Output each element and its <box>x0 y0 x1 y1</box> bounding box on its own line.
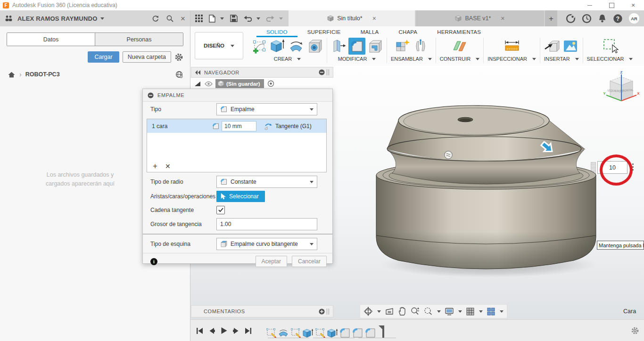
timeline-feature-sketch-icon[interactable] <box>290 327 301 339</box>
select-icon[interactable] <box>601 38 619 54</box>
settings-gear-icon[interactable] <box>174 53 183 62</box>
timeline-go-start-button[interactable] <box>196 327 203 334</box>
cancel-button[interactable]: Cancelar <box>292 256 327 267</box>
select-edges-button[interactable]: Seleccionar <box>216 191 265 202</box>
document-root-item[interactable]: (Sin guardar) <box>215 79 264 88</box>
panel-collapse-icon[interactable] <box>319 69 325 75</box>
globe-icon[interactable] <box>175 70 183 79</box>
close-tab-icon[interactable]: × <box>372 15 376 22</box>
hole-icon[interactable] <box>307 38 323 54</box>
group-label-crear[interactable]: CREAR <box>274 56 301 62</box>
collapse-panel-icon[interactable] <box>195 70 201 75</box>
group-label-ensamblar[interactable]: ENSAMBLAR <box>391 56 432 62</box>
app-grid-icon[interactable] <box>195 15 203 22</box>
construct-plane-icon[interactable] <box>451 39 468 54</box>
ribbon-tab-herramientas[interactable]: HERRAMIENTAS <box>427 28 491 37</box>
new-component-icon[interactable] <box>395 39 411 54</box>
display-settings-button[interactable] <box>444 307 463 316</box>
timeline-settings-button[interactable] <box>631 326 639 335</box>
timeline-step-back-button[interactable] <box>209 327 215 334</box>
viewports-button[interactable] <box>486 307 504 316</box>
measure-icon[interactable] <box>503 39 521 54</box>
panel-resize-grip[interactable] <box>327 309 329 315</box>
extensions-icon[interactable] <box>566 14 576 24</box>
timeline-position-marker[interactable] <box>378 325 385 339</box>
shell-icon[interactable] <box>368 39 383 54</box>
home-icon[interactable] <box>8 71 16 78</box>
group-label-seleccionar[interactable]: SELECCIONAR <box>587 56 633 62</box>
document-tab-inactive[interactable]: BASE v1* × <box>416 10 544 26</box>
tangent-chain-checkbox[interactable] <box>216 206 225 214</box>
corner-type-dropdown[interactable]: Empalme curvo bitangente <box>216 238 317 250</box>
zoom-button[interactable] <box>409 307 421 316</box>
extrude-icon[interactable] <box>269 38 285 54</box>
activate-target-icon[interactable] <box>267 80 274 87</box>
new-tab-button[interactable]: + <box>545 10 557 26</box>
joint-icon[interactable] <box>413 39 428 54</box>
close-panel-icon[interactable]: × <box>181 15 185 23</box>
restore-button[interactable] <box>601 0 622 10</box>
timeline-feature-fillet-icon[interactable] <box>352 327 363 339</box>
file-menu-button[interactable] <box>209 15 224 23</box>
timeline-play-button[interactable] <box>221 327 227 334</box>
ribbon-tab-solido[interactable]: SOLIDO <box>256 28 297 37</box>
fillet-tool-active[interactable] <box>348 38 365 55</box>
avatar[interactable]: AR <box>629 13 639 24</box>
look-at-button[interactable] <box>384 307 395 316</box>
close-window-button[interactable]: × <box>622 0 644 10</box>
radius-type-dropdown[interactable]: Constante <box>216 176 317 188</box>
undo-button[interactable] <box>244 15 260 22</box>
design-workspace-menu[interactable]: DISEÑO <box>195 32 243 59</box>
save-icon[interactable] <box>230 15 238 22</box>
timeline-feature-revolve-icon[interactable] <box>278 327 289 339</box>
timeline-feature-extrude-icon[interactable] <box>302 327 314 339</box>
job-status-icon[interactable] <box>582 14 592 24</box>
tab-datos[interactable]: Datos <box>7 33 95 46</box>
insert-canvas-icon[interactable] <box>562 39 578 54</box>
group-label-construir[interactable]: CONSTRUIR <box>440 56 479 62</box>
drag-arrow-icon[interactable] <box>538 141 558 159</box>
tab-personas[interactable]: Personas <box>95 33 183 46</box>
edge-set-row-selected[interactable]: 1 cara 10 mm Tangente (G1) <box>147 119 326 133</box>
team-name[interactable]: ALEX RAMOS RAYMUNDO <box>17 15 97 22</box>
timeline-feature-extrude-icon[interactable] <box>327 327 338 339</box>
navigator-panel-header[interactable]: NAVEGADOR <box>191 67 333 78</box>
document-tab-active[interactable]: Sin título* × <box>289 10 415 26</box>
add-edge-set-button[interactable]: + <box>153 162 157 170</box>
timeline-go-end-button[interactable] <box>245 327 252 334</box>
revolve-icon[interactable] <box>288 39 305 54</box>
redo-button[interactable] <box>266 15 283 22</box>
visibility-eye-icon[interactable] <box>205 81 213 87</box>
notifications-icon[interactable] <box>598 14 607 24</box>
orbit-button[interactable] <box>363 307 382 316</box>
remove-edge-set-button[interactable]: ✕ <box>165 163 171 170</box>
fillet-dialog-header[interactable]: EMPALME <box>143 89 332 102</box>
close-tab-icon[interactable]: × <box>501 15 504 22</box>
refresh-icon[interactable] <box>151 15 159 23</box>
insert-derive-icon[interactable] <box>544 39 560 54</box>
timeline-step-forward-button[interactable] <box>233 327 239 334</box>
create-sketch-icon[interactable] <box>252 39 267 54</box>
panel-resize-grip[interactable] <box>327 69 329 75</box>
comment-add-icon[interactable] <box>319 309 325 315</box>
radius-input[interactable]: 10 mm <box>222 121 256 131</box>
radius-badge-icon[interactable] <box>444 150 453 160</box>
search-icon[interactable] <box>166 15 174 23</box>
comments-panel-header[interactable]: COMENTARIOS <box>191 305 333 317</box>
browser-root-row[interactable]: (Sin guardar) <box>194 79 274 88</box>
group-label-insertar[interactable]: INSERTAR <box>544 56 579 62</box>
timeline-feature-sketch-icon[interactable] <box>266 327 276 339</box>
type-dropdown[interactable]: Empalme <box>216 103 317 115</box>
group-label-inspeccionar[interactable]: INSPECCIONAR <box>487 56 536 62</box>
grid-snap-button[interactable] <box>465 307 484 316</box>
press-pull-icon[interactable] <box>331 39 346 54</box>
new-folder-button[interactable]: Nueva carpeta <box>123 51 171 63</box>
ribbon-tab-chapa[interactable]: CHAPA <box>388 28 427 37</box>
ok-button[interactable]: Aceptar <box>256 256 287 267</box>
group-label-modificar[interactable]: MODIFICAR <box>338 56 376 62</box>
ribbon-tab-malla[interactable]: MALLA <box>351 28 389 37</box>
pan-button[interactable] <box>397 307 407 316</box>
model-base-body[interactable] <box>365 99 611 287</box>
zoom-window-button[interactable] <box>422 307 442 316</box>
expand-triangle-icon[interactable] <box>194 81 201 87</box>
